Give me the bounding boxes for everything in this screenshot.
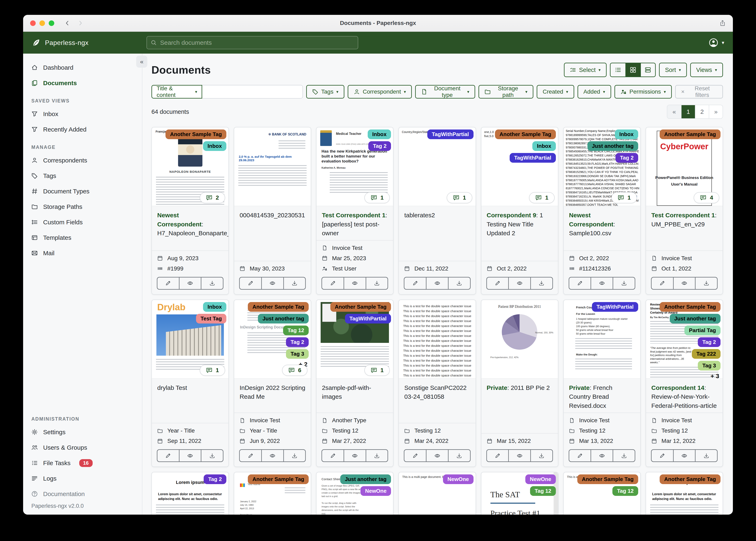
download-document-button[interactable] <box>448 450 470 461</box>
preview-document-button[interactable] <box>591 277 613 289</box>
pagination-next[interactable]: » <box>709 105 723 118</box>
document-thumbnail[interactable]: Lorem ipsumLorem ipsum dolor sit amet, c… <box>646 472 723 515</box>
sidebar-item-documents[interactable]: Documents <box>23 75 142 91</box>
edit-document-button[interactable] <box>404 277 426 289</box>
browser-forward-icon[interactable] <box>77 20 84 26</box>
download-document-button[interactable] <box>366 450 388 461</box>
document-thumbnail[interactable]: French Country BreadFor the Leaven1 heap… <box>564 300 640 379</box>
close-window-button[interactable] <box>30 20 36 26</box>
download-document-button[interactable] <box>366 277 388 289</box>
document-title[interactable]: Test Correspondent 1: [paperless] test p… <box>317 206 393 240</box>
document-thumbnail[interactable]: This is a testAnother Sample TagTag 12 <box>564 472 640 515</box>
edit-document-button[interactable] <box>240 277 261 289</box>
comment-count-badge[interactable]: 1 <box>611 192 637 203</box>
document-thumbnail[interactable]: Review of Arbitral Awards Shows Swift Re… <box>646 300 723 379</box>
document-title[interactable]: Newest Correspondent: Sample100.csv <box>564 206 640 251</box>
document-title[interactable]: 0004814539_20230531 <box>234 206 311 261</box>
tag-just-another-tag[interactable]: Just another tag <box>670 314 721 323</box>
tag-tagwithpartial[interactable]: TagWithPartial <box>592 302 638 312</box>
tag-tag-3[interactable]: Tag 3 <box>698 361 721 370</box>
document-title[interactable]: tablerates2 <box>399 206 475 261</box>
sidebar-item-settings[interactable]: Settings <box>23 424 142 440</box>
tag-just-another-tag[interactable]: Just another tag <box>340 474 391 484</box>
tag-another-sample-tag[interactable]: Another Sample Tag <box>660 474 721 484</box>
edit-document-button[interactable] <box>157 277 179 289</box>
comment-count-badge[interactable]: 1 <box>529 192 555 203</box>
comment-count-badge[interactable]: 4 <box>694 192 719 203</box>
zoom-window-button[interactable] <box>49 20 54 26</box>
tag-another-sample-tag[interactable]: Another Sample Tag <box>577 474 638 484</box>
document-card[interactable]: Patient BP Distribution 2011Normal, 150,… <box>481 299 558 467</box>
tag-inbox[interactable]: Inbox <box>615 130 638 139</box>
preview-document-button[interactable] <box>508 277 530 289</box>
document-thumbnail[interactable]: CyberPowerPowerPanel® Business EditionUs… <box>646 127 723 206</box>
document-card[interactable]: Lorem ipsumLorem ipsum dolor sit amet, c… <box>646 472 723 515</box>
pagination-prev[interactable]: « <box>667 105 681 118</box>
preview-document-button[interactable] <box>344 450 366 461</box>
edit-document-button[interactable] <box>652 277 673 289</box>
sidebar-item-users-groups[interactable]: Users & Groups <box>23 440 142 455</box>
browser-back-icon[interactable] <box>64 20 70 26</box>
edit-document-button[interactable] <box>157 450 179 461</box>
filter-button-document-type[interactable]: Document type▾ <box>415 85 475 99</box>
download-document-button[interactable] <box>695 277 717 289</box>
document-card[interactable]: French Country BreadFor the Leaven1 heap… <box>563 299 641 467</box>
tag-test-tag[interactable]: Test Tag <box>196 314 226 323</box>
document-thumbnail[interactable]: Patient BP Distribution 2011Normal, 150,… <box>481 300 558 379</box>
preview-document-button[interactable] <box>508 450 530 461</box>
views-button[interactable]: Views ▾ <box>690 63 723 77</box>
document-card[interactable]: Serial Number,Company Name,Employe 97881… <box>563 127 641 294</box>
tag-another-sample-tag[interactable]: Another Sample Tag <box>660 302 721 312</box>
document-card[interactable]: Test NameJanuary 2, 2022 July 14, 1984 A… <box>234 472 311 515</box>
pagination-page-2[interactable]: 2 <box>695 105 709 118</box>
view-list-button[interactable] <box>611 63 625 77</box>
sidebar-item-documentation[interactable]: Documentation <box>23 486 142 502</box>
document-card[interactable]: Country,Region/State,"TagWithPartial1tab… <box>398 127 476 294</box>
filter-button-added[interactable]: Added▾ <box>578 85 611 99</box>
filter-button-storage-path[interactable]: Storage path▾ <box>478 85 533 99</box>
reset-filters-button[interactable]: × Reset filters <box>675 85 723 99</box>
sidebar-item-mail[interactable]: Mail <box>23 245 142 261</box>
document-thumbnail[interactable]: The SATPractice Test #1Make time to take… <box>481 472 558 515</box>
preview-document-button[interactable] <box>673 450 695 461</box>
sort-button[interactable]: Sort ▾ <box>659 63 687 77</box>
tag-another-sample-tag[interactable]: Another Sample Tag <box>248 302 309 312</box>
tag-inbox[interactable]: Inbox <box>203 141 226 151</box>
tag-tagwithpartial[interactable]: TagWithPartial <box>345 314 391 323</box>
sidebar-item-custom-fields[interactable]: Custom Fields <box>23 215 142 230</box>
document-card[interactable]: AdoInDesign Scripting DocumentationAnoth… <box>234 299 311 467</box>
document-card[interactable]: This is a test for the double space char… <box>398 299 476 467</box>
preview-document-button[interactable] <box>426 450 448 461</box>
edit-document-button[interactable] <box>487 450 508 461</box>
minimize-window-button[interactable] <box>39 20 45 26</box>
document-card[interactable]: ✻ BANK OF SCOTLAND2,0 % p. a. auf Ihr Ta… <box>234 127 311 294</box>
edit-document-button[interactable] <box>569 277 591 289</box>
sidebar-item-logs[interactable]: Logs <box>23 471 142 486</box>
view-detail-button[interactable] <box>640 63 655 77</box>
document-card[interactable]: This is a multi page document. Page 1.Ne… <box>398 472 476 515</box>
download-document-button[interactable] <box>530 450 552 461</box>
tag-newone[interactable]: NewOne <box>360 486 391 496</box>
sidebar-item-file-tasks[interactable]: File Tasks16 <box>23 455 142 471</box>
view-grid-button[interactable] <box>625 63 640 77</box>
edit-document-button[interactable] <box>240 450 261 461</box>
document-card[interactable]: Francja pod rNAPOLEON BONAPARTEAnother S… <box>151 127 229 294</box>
preview-document-button[interactable] <box>179 450 201 461</box>
document-thumbnail[interactable]: one,1.0 five,5.0Another Sample TagInboxT… <box>481 127 558 206</box>
download-document-button[interactable] <box>283 450 305 461</box>
tag-inbox[interactable]: Inbox <box>368 130 391 139</box>
tag-another-sample-tag[interactable]: Another Sample Tag <box>248 474 309 484</box>
tag-just-another-tag[interactable]: Just another tag <box>258 314 309 323</box>
sidebar-item-correspondents[interactable]: Correspondents <box>23 153 142 168</box>
preview-document-button[interactable] <box>179 277 201 289</box>
document-title[interactable]: Private: 2011 BP Pie 2 <box>481 379 558 433</box>
preview-document-button[interactable] <box>261 450 283 461</box>
filter-button-tags[interactable]: Tags▾ <box>306 85 344 99</box>
tag-inbox[interactable]: Inbox <box>532 141 556 151</box>
document-card[interactable]: Review of Arbitral Awards Shows Swift Re… <box>646 299 723 467</box>
document-card[interactable]: Another Sample TagTagWithPartial12sample… <box>316 299 393 467</box>
tag-another-sample-tag[interactable]: Another Sample Tag <box>660 130 721 139</box>
document-thumbnail[interactable]: Contact Sheet DemoGiven a set of image f… <box>317 472 393 515</box>
tag-tag-12[interactable]: Tag 12 <box>283 325 309 335</box>
document-card[interactable]: The SATPractice Test #1Make time to take… <box>481 472 558 515</box>
